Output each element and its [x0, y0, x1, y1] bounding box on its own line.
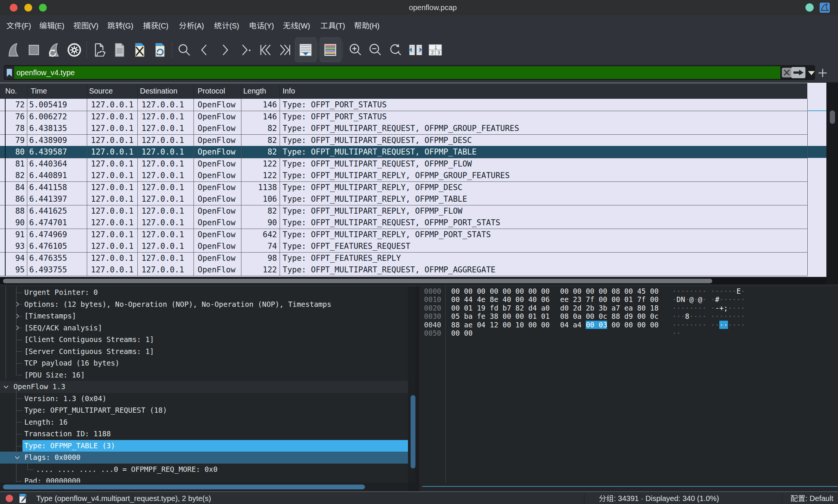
- auto-scroll-button[interactable]: [295, 39, 316, 61]
- detail-vscroll-handle[interactable]: [411, 395, 415, 468]
- hex-bytes-group2[interactable]: 04 a4 00 03 00 00 00 00: [560, 321, 659, 329]
- filter-apply-button[interactable]: [791, 67, 805, 78]
- header-column-divider[interactable]: [137, 85, 138, 97]
- last-packet-button[interactable]: [275, 39, 295, 61]
- colorize-button[interactable]: [320, 39, 340, 61]
- hex-bytes-group2[interactable]: 08 0a 00 0c 88 d9 00 0c: [560, 312, 659, 321]
- first-packet-button[interactable]: [255, 39, 275, 61]
- packet-list-vscroll-handle[interactable]: [830, 110, 835, 124]
- packet-list-horizontal-scrollbar[interactable]: [0, 278, 826, 284]
- zoom-reset-button[interactable]: [385, 39, 405, 61]
- column-header-protocol[interactable]: Protocol: [198, 83, 225, 99]
- packet-row-82[interactable]: 826.440891127.0.0.1127.0.0.1OpenFlow122T…: [0, 169, 826, 181]
- detail-row[interactable]: [SEQ/ACK analysis]: [24, 322, 408, 334]
- menu-item-go[interactable]: (G): [107, 15, 133, 36]
- detail-horizontal-scrollbar[interactable]: [0, 483, 408, 491]
- packet-list-vertical-scrollbar[interactable]: [826, 82, 838, 278]
- start-capture-button[interactable]: [3, 39, 24, 61]
- detail-row[interactable]: Urgent Pointer: 0: [24, 287, 408, 299]
- menu-item-capture[interactable]: (C): [143, 15, 168, 36]
- detail-row[interactable]: Type: OFPMP_TABLE (3): [24, 440, 408, 452]
- header-column-divider[interactable]: [280, 85, 280, 97]
- detail-row[interactable]: [Timestamps]: [24, 310, 408, 322]
- hex-offset[interactable]: 0020: [424, 304, 441, 312]
- hex-offset[interactable]: 0000: [424, 287, 441, 296]
- hex-ascii[interactable]: ··: [672, 329, 681, 337]
- capture-file-properties-icon[interactable]: [19, 494, 28, 504]
- header-column-divider[interactable]: [27, 85, 27, 97]
- find-packet-button[interactable]: [174, 39, 194, 61]
- column-header-destination[interactable]: Destination: [140, 83, 177, 99]
- menu-item-edit[interactable]: (E): [39, 15, 64, 36]
- packet-row-79[interactable]: 796.438909127.0.0.1127.0.0.1OpenFlow82Ty…: [0, 134, 826, 146]
- packet-row-91[interactable]: 916.474969127.0.0.1127.0.0.1OpenFlow642T…: [0, 229, 826, 241]
- hex-ascii[interactable]: ········ ······E·: [672, 287, 745, 296]
- detail-row[interactable]: Options: (12 bytes), No-Operation (NOP),…: [24, 299, 408, 311]
- detail-row[interactable]: Flags: 0x0000: [24, 452, 408, 464]
- stop-capture-button[interactable]: [24, 39, 44, 61]
- hex-bytes-group1[interactable]: 00 00: [451, 329, 473, 337]
- hex-ascii[interactable]: ·DN·@·@· ·#······: [672, 295, 745, 304]
- go-to-packet-button[interactable]: [235, 39, 255, 61]
- expert-info-icon[interactable]: [6, 495, 13, 502]
- open-file-button[interactable]: [89, 39, 109, 61]
- detail-row[interactable]: Version: 1.3 (0x04): [24, 393, 408, 405]
- detail-row[interactable]: [Server Contiguous Streams: 1]: [24, 346, 408, 358]
- display-filter-input[interactable]: openflow_v4.type: [14, 66, 780, 79]
- column-header-no[interactable]: No.: [5, 83, 17, 99]
- reload-file-button[interactable]: [149, 39, 170, 61]
- header-column-divider[interactable]: [87, 85, 87, 97]
- hex-offset[interactable]: 0010: [424, 295, 441, 304]
- detail-row[interactable]: OpenFlow 1.3: [13, 381, 408, 393]
- menu-item-analyze[interactable]: (A): [179, 15, 204, 36]
- packet-row-86[interactable]: 866.441397127.0.0.1127.0.0.1OpenFlow106T…: [0, 193, 826, 205]
- header-column-divider[interactable]: [193, 85, 194, 97]
- chevron-expanded-icon[interactable]: [14, 455, 20, 461]
- detail-row[interactable]: [Client Contiguous Streams: 1]: [24, 334, 408, 346]
- restart-capture-button[interactable]: [44, 39, 64, 61]
- column-header-info[interactable]: Info: [283, 83, 295, 99]
- hex-bytes-group2[interactable]: d0 2d 2b 3b a7 ea 80 18: [560, 304, 659, 312]
- hex-bytes-group1[interactable]: 05 ba fe 38 00 00 01 01: [451, 312, 550, 321]
- chevron-expanded-icon[interactable]: [3, 384, 9, 390]
- detail-row[interactable]: [PDU Size: 16]: [24, 369, 408, 381]
- packet-row-95[interactable]: 956.493755127.0.0.1127.0.0.1OpenFlow122T…: [0, 264, 826, 276]
- zoom-out-button[interactable]: [365, 39, 385, 61]
- detail-vertical-scrollbar[interactable]: [408, 287, 415, 483]
- packet-list-hscroll-handle[interactable]: [3, 279, 712, 283]
- hex-ascii[interactable]: ········ ·-+;····: [672, 304, 745, 312]
- header-column-divider[interactable]: [241, 85, 241, 97]
- zoom-in-button[interactable]: [345, 39, 365, 61]
- menu-item-tools[interactable]: (T): [320, 15, 345, 36]
- hex-bytes-group2[interactable]: 00 00 00 00 08 00 45 00: [560, 287, 659, 296]
- hex-offset[interactable]: 0030: [424, 312, 441, 321]
- filter-clear-button[interactable]: [782, 68, 792, 77]
- packet-row-72[interactable]: 725.005419127.0.0.1127.0.0.1OpenFlow146T…: [0, 99, 826, 111]
- detail-row[interactable]: .... .... .... ...0 = OFPMPF_REQ_MORE: 0…: [36, 464, 408, 476]
- column-header-time[interactable]: Time: [31, 83, 47, 99]
- menu-item-file[interactable]: (F): [6, 15, 31, 36]
- menu-item-statistics[interactable]: (S): [214, 15, 239, 36]
- filter-add-button[interactable]: [816, 67, 829, 79]
- menu-item-view[interactable]: (V): [73, 15, 98, 36]
- hex-bytes-group1[interactable]: 00 44 4e 8e 40 00 40 06: [451, 295, 550, 304]
- hex-offset[interactable]: 0050: [424, 329, 441, 337]
- hex-bytes-group1[interactable]: 00 01 19 fd b7 82 d4 a0: [451, 304, 550, 312]
- detail-row[interactable]: TCP payload (16 bytes): [24, 357, 408, 369]
- hex-ascii[interactable]: ········ ········: [672, 321, 745, 329]
- packet-row-78[interactable]: 786.438135127.0.0.1127.0.0.1OpenFlow82Ty…: [0, 122, 826, 134]
- packet-row-84[interactable]: 846.441158127.0.0.1127.0.0.1OpenFlow1138…: [0, 181, 826, 193]
- hex-bytes-group1[interactable]: 00 00 00 00 00 00 00 00: [451, 287, 550, 296]
- close-file-button[interactable]: [129, 39, 149, 61]
- resize-columns-button[interactable]: [405, 39, 426, 61]
- menu-item-telephony[interactable]: (Y): [249, 15, 274, 36]
- detail-row[interactable]: Transaction ID: 1188: [24, 428, 408, 440]
- column-header-length[interactable]: Length: [243, 83, 266, 99]
- filter-bookmark-button[interactable]: [4, 66, 14, 79]
- previous-packet-button[interactable]: [194, 39, 214, 61]
- save-file-button[interactable]: [109, 39, 129, 61]
- hex-offset[interactable]: 0040: [424, 321, 441, 329]
- hex-bytes-group1[interactable]: 88 ae 04 12 00 10 00 00: [451, 321, 550, 329]
- packet-row-80[interactable]: 806.439587127.0.0.1127.0.0.1OpenFlow82Ty…: [0, 146, 826, 158]
- detail-row[interactable]: Type: OFPT_MULTIPART_REQUEST (18): [24, 404, 408, 416]
